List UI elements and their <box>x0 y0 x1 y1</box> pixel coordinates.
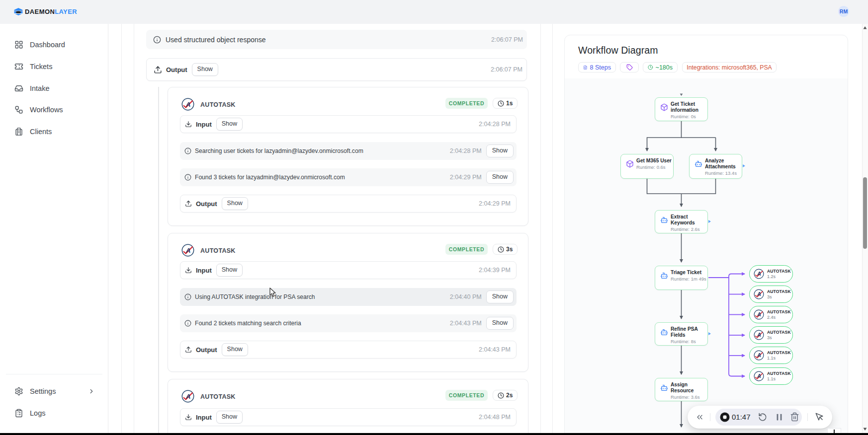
svg-text:A: A <box>185 101 191 108</box>
svg-text:A: A <box>185 393 191 400</box>
svg-text:A: A <box>757 311 761 317</box>
svg-text:A: A <box>757 332 761 338</box>
svg-text:A: A <box>757 352 761 358</box>
svg-text:A: A <box>757 271 761 277</box>
svg-text:A: A <box>757 291 761 297</box>
svg-text:A: A <box>185 247 191 254</box>
svg-text:A: A <box>757 373 761 379</box>
